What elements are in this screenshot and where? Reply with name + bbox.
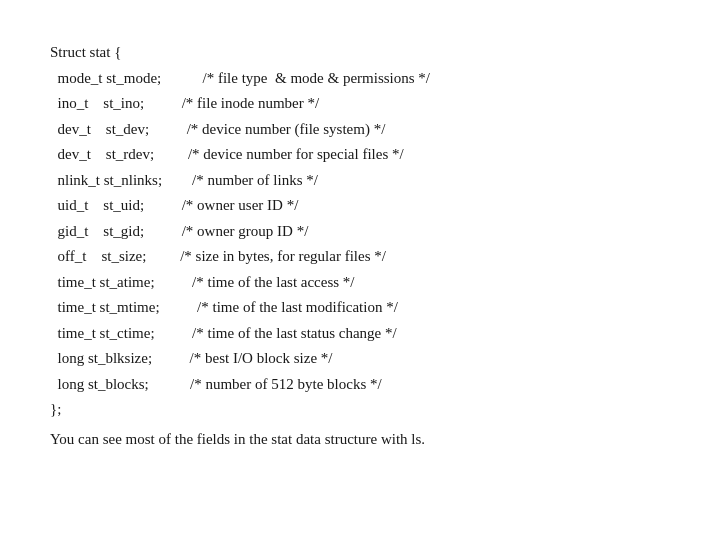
code-comment: /* time of the last status change */ (192, 321, 397, 347)
code-line: uid_t st_uid; /* owner user ID */ (50, 193, 430, 219)
code-comment: /* file inode number */ (182, 91, 319, 117)
code-field: dev_t st_rdev; (50, 142, 188, 168)
code-field: off_t st_size; (50, 244, 180, 270)
code-field: time_t st_atime; (50, 270, 192, 296)
code-comment: /* time of the last access */ (192, 270, 354, 296)
code-line: nlink_t st_nlinks; /* number of links */ (50, 168, 430, 194)
description-text: You can see most of the fields in the st… (50, 427, 430, 453)
code-field: ino_t st_ino; (50, 91, 182, 117)
header-text: Struct stat { (50, 40, 121, 66)
code-field: gid_t st_gid; (50, 219, 182, 245)
code-field: long st_blksize; (50, 346, 190, 372)
code-footer: }; (50, 397, 430, 423)
code-line: dev_t st_dev; /* device number (file sys… (50, 117, 430, 143)
code-field: long st_blocks; (50, 372, 190, 398)
code-line: time_t st_atime; /* time of the last acc… (50, 270, 430, 296)
code-header: Struct stat { (50, 40, 430, 66)
code-comment: /* owner user ID */ (182, 193, 299, 219)
code-comment: /* owner group ID */ (182, 219, 309, 245)
code-lines: mode_t st_mode; /* file type & mode & pe… (50, 66, 430, 398)
code-line: time_t st_mtime; /* time of the last mod… (50, 295, 430, 321)
code-line: long st_blocks; /* number of 512 byte bl… (50, 372, 430, 398)
code-field: nlink_t st_nlinks; (50, 168, 192, 194)
code-field: uid_t st_uid; (50, 193, 182, 219)
code-comment: /* device number for special files */ (188, 142, 404, 168)
code-comment: /* size in bytes, for regular files */ (180, 244, 386, 270)
code-comment: /* number of 512 byte blocks */ (190, 372, 382, 398)
code-field: time_t st_ctime; (50, 321, 192, 347)
code-comment: /* time of the last modification */ (197, 295, 398, 321)
footer-text: }; (50, 397, 61, 423)
code-comment: /* file type & mode & permissions */ (203, 66, 430, 92)
code-line: dev_t st_rdev; /* device number for spec… (50, 142, 430, 168)
code-field: dev_t st_dev; (50, 117, 187, 143)
code-field: mode_t st_mode; (50, 66, 203, 92)
code-block: Struct stat { mode_t st_mode; /* file ty… (50, 40, 430, 423)
code-line: off_t st_size; /* size in bytes, for reg… (50, 244, 430, 270)
main-content: Struct stat { mode_t st_mode; /* file ty… (50, 40, 430, 452)
code-field: time_t st_mtime; (50, 295, 197, 321)
code-comment: /* device number (file system) */ (187, 117, 386, 143)
code-line: long st_blksize; /* best I/O block size … (50, 346, 430, 372)
code-line: time_t st_ctime; /* time of the last sta… (50, 321, 430, 347)
code-line: gid_t st_gid; /* owner group ID */ (50, 219, 430, 245)
code-comment: /* number of links */ (192, 168, 318, 194)
code-line: ino_t st_ino; /* file inode number */ (50, 91, 430, 117)
code-line: mode_t st_mode; /* file type & mode & pe… (50, 66, 430, 92)
code-comment: /* best I/O block size */ (190, 346, 333, 372)
